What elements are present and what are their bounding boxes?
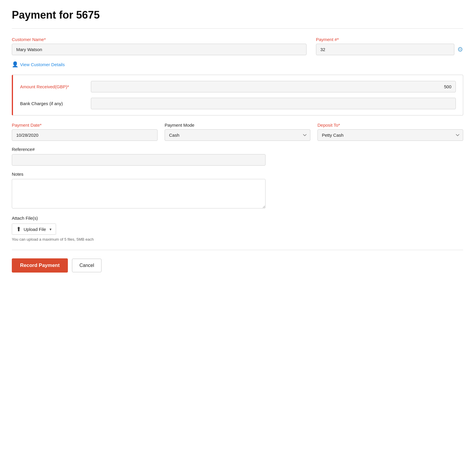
cancel-button[interactable]: Cancel xyxy=(72,259,101,272)
bank-charges-input[interactable] xyxy=(91,98,456,109)
gear-icon[interactable]: ⚙ xyxy=(457,46,463,53)
person-icon: 👤 xyxy=(12,61,18,68)
record-payment-button[interactable]: Record Payment xyxy=(12,258,68,273)
reference-label: Reference# xyxy=(12,147,463,152)
attach-hint: You can upload a maximum of 5 files, 5MB… xyxy=(12,237,463,242)
footer-divider xyxy=(12,250,463,250)
payment-date-input[interactable] xyxy=(12,129,158,141)
page-title: Payment for 5675 xyxy=(12,9,463,21)
payment-mode-group: Payment Mode Cash Check Bank Transfer Cr… xyxy=(165,123,310,141)
customer-payment-row: Customer Name* Payment #* ⚙ xyxy=(12,37,463,55)
upload-icon: ⬆ xyxy=(16,226,21,233)
customer-name-input[interactable] xyxy=(12,44,307,55)
notes-section: Notes xyxy=(12,172,463,210)
upload-text: Upload File xyxy=(24,227,46,232)
payment-date-group: Payment Date* xyxy=(12,123,158,141)
amount-box: Amount Received(GBP)* Bank Charges (if a… xyxy=(12,75,463,115)
footer-actions: Record Payment Cancel xyxy=(12,258,463,273)
payment-number-input[interactable] xyxy=(316,44,454,55)
view-customer-label: View Customer Details xyxy=(20,62,65,67)
payment-mode-select[interactable]: Cash Check Bank Transfer Credit Card xyxy=(165,129,310,141)
payment-number-row: ⚙ xyxy=(316,44,463,55)
amount-input[interactable] xyxy=(91,81,456,92)
customer-name-label: Customer Name* xyxy=(12,37,307,42)
notes-label: Notes xyxy=(12,172,463,177)
reference-section: Reference# xyxy=(12,147,463,166)
payment-mode-label: Payment Mode xyxy=(165,123,310,128)
deposit-to-select[interactable]: Petty Cash Checking Account Savings Acco… xyxy=(317,129,463,141)
attach-label: Attach File(s) xyxy=(12,216,463,221)
payment-number-group: Payment #* ⚙ xyxy=(316,37,463,55)
deposit-to-group: Deposit To* Petty Cash Checking Account … xyxy=(317,123,463,141)
bank-charges-label: Bank Charges (if any) xyxy=(20,101,85,106)
amount-received-row: Amount Received(GBP)* xyxy=(20,81,456,92)
date-mode-deposit-row: Payment Date* Payment Mode Cash Check Ba… xyxy=(12,123,463,141)
notes-textarea[interactable] xyxy=(12,179,266,208)
upload-button[interactable]: ⬆ Upload File ▾ xyxy=(12,224,56,235)
payment-number-label: Payment #* xyxy=(316,37,463,42)
amount-label: Amount Received(GBP)* xyxy=(20,84,85,89)
customer-name-group: Customer Name* xyxy=(12,37,307,55)
reference-input[interactable] xyxy=(12,154,266,166)
view-customer-link[interactable]: 👤 View Customer Details xyxy=(12,61,463,68)
deposit-to-label: Deposit To* xyxy=(317,123,463,128)
attach-section: Attach File(s) ⬆ Upload File ▾ You can u… xyxy=(12,216,463,242)
bank-charges-row: Bank Charges (if any) xyxy=(20,98,456,109)
upload-chevron-icon: ▾ xyxy=(50,227,52,232)
title-divider xyxy=(12,28,463,29)
payment-date-label: Payment Date* xyxy=(12,123,158,128)
